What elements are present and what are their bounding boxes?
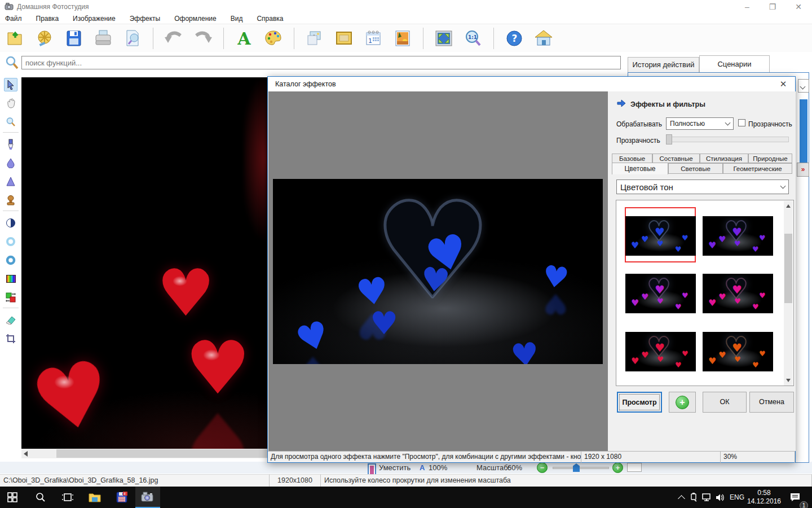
scale-value: 60% [508, 462, 522, 474]
fit-screen-icon[interactable] [433, 28, 454, 49]
preview-image [273, 179, 603, 364]
tab-geometric[interactable]: Геометрические [723, 163, 792, 174]
menu-decor[interactable]: Оформление [174, 15, 216, 23]
spectrum-tool-icon[interactable] [4, 272, 17, 286]
tab-scenarios[interactable]: Сценарии [699, 55, 770, 72]
tray-chevron-icon[interactable] [674, 487, 688, 508]
menu-help[interactable]: Справка [257, 15, 283, 23]
file-path: C:\Oboi_3D_Grafika\Oboi_3D_Grafika_58_16… [0, 474, 270, 487]
effect-select[interactable]: Цветовой тон [616, 179, 789, 194]
menu-view[interactable]: Вид [231, 15, 243, 23]
scroll-down-icon[interactable] [786, 379, 791, 382]
dialog-status-zoom: 30% [721, 452, 795, 463]
thumbnail-scrollbar-thumb[interactable] [784, 234, 792, 303]
menu-image[interactable]: Изображение [73, 15, 116, 23]
dialog-close-icon[interactable]: ✕ [777, 78, 789, 90]
zoom-slider-track[interactable] [553, 467, 609, 469]
usb-icon[interactable] [687, 487, 700, 508]
calendar-icon[interactable]: 1 [363, 28, 384, 49]
cone-tool-icon[interactable] [4, 175, 17, 189]
open-icon[interactable] [5, 28, 26, 49]
blue-heart-reflection [298, 352, 328, 364]
process-select[interactable]: Полностью [666, 117, 734, 130]
search-input[interactable] [21, 56, 621, 69]
soft-ring-tool-icon[interactable] [4, 235, 17, 248]
effect-thumbnail[interactable] [703, 332, 773, 371]
tab-nature[interactable]: Природные [748, 154, 792, 163]
effect-thumbnail[interactable] [703, 274, 773, 313]
zoom-in-button[interactable]: + [612, 462, 623, 473]
frame-icon[interactable] [333, 28, 355, 49]
tab-history[interactable]: История действий [628, 57, 699, 72]
print-icon[interactable] [92, 28, 114, 49]
print-preview-icon[interactable] [122, 28, 143, 49]
close-button[interactable]: ✕ [787, 1, 810, 12]
save-icon[interactable] [63, 28, 85, 49]
crop-tool-icon[interactable] [4, 332, 17, 345]
speaker-icon[interactable] [713, 487, 727, 508]
select-tool-icon[interactable] [4, 78, 17, 91]
scenarios-expand-button[interactable]: » [797, 163, 809, 177]
svg-text:1:1: 1:1 [468, 34, 477, 40]
transparency-checkbox[interactable] [738, 119, 745, 126]
zoom-slider-thumb[interactable] [573, 463, 580, 472]
palette-icon[interactable] [263, 28, 284, 49]
language-indicator[interactable]: ENG [727, 487, 747, 508]
contrast-tool-icon[interactable] [4, 216, 17, 230]
transparency-slider-track[interactable] [666, 137, 789, 142]
actual-size-icon[interactable]: 1:1 [462, 28, 484, 49]
network-icon[interactable] [699, 487, 714, 508]
menu-edit[interactable]: Правка [36, 15, 59, 23]
home-icon[interactable] [533, 28, 554, 49]
swap-colors-tool-icon[interactable] [4, 291, 17, 304]
tab-base[interactable]: Базовые [612, 154, 652, 163]
stamp-tool-icon[interactable] [4, 194, 17, 207]
fit-label[interactable]: Уместить [379, 462, 411, 474]
tab-color[interactable]: Цветовые [612, 163, 668, 174]
add-effect-button[interactable]: + [669, 392, 696, 413]
minimize-button[interactable]: – [736, 1, 758, 12]
restore-button[interactable]: ❐ [761, 1, 784, 12]
dialog-titlebar[interactable]: Каталог эффектов ✕ [268, 77, 795, 91]
font-zoom-value[interactable]: 100% [429, 462, 447, 474]
hand-tool-icon[interactable] [4, 97, 17, 110]
tab-styling[interactable]: Стилизация [700, 154, 748, 163]
scale-label: Масштаб: [476, 462, 510, 474]
scroll-up-icon[interactable] [786, 204, 791, 208]
blue-heart [419, 262, 452, 297]
zoom-out-button[interactable]: − [537, 462, 548, 473]
effect-thumbnail[interactable] [625, 332, 696, 371]
menu-effects[interactable]: Эффекты [130, 15, 161, 23]
status-hint: Используйте колесо прокрутки для изменен… [321, 474, 812, 487]
scenarios-combo-sliver[interactable] [798, 79, 809, 93]
text-icon[interactable]: А [233, 28, 255, 49]
drop-tool-icon[interactable] [4, 156, 17, 170]
effect-thumbnail[interactable] [625, 216, 696, 256]
eraser-tool-icon[interactable] [4, 313, 17, 327]
tab-light[interactable]: Световые [668, 163, 723, 174]
effect-thumbnail[interactable] [625, 274, 696, 313]
ring-tool-icon[interactable] [4, 253, 17, 267]
effect-thumbnail[interactable] [703, 216, 773, 256]
notification-icon[interactable]: 1 [785, 487, 805, 508]
photomontage-icon[interactable] [304, 28, 325, 49]
transparency-slider-thumb[interactable] [666, 134, 672, 144]
help-icon[interactable]: ? [504, 28, 525, 49]
menu-file[interactable]: Файл [5, 15, 22, 23]
dialog-status-size: 1920 x 1080 [581, 452, 721, 463]
brush-tool-icon[interactable] [4, 138, 17, 151]
slideshow-icon[interactable] [34, 28, 55, 49]
thumbnail-scrollbar[interactable] [784, 201, 793, 386]
ok-button[interactable]: ОК [703, 392, 747, 413]
tab-compound[interactable]: Составные [652, 154, 700, 163]
scroll-left-icon[interactable] [24, 451, 28, 457]
clock[interactable]: 0:58 14.12.2016 [747, 487, 782, 508]
zoom-tool-icon[interactable] [4, 115, 17, 129]
postcard-icon[interactable] [392, 28, 413, 49]
cancel-button[interactable]: Отмена [749, 392, 794, 413]
undo-icon[interactable] [163, 28, 184, 49]
preview-button[interactable]: Просмотр [617, 392, 662, 413]
font-zoom-icon: A [420, 462, 425, 474]
scenarios-scrollbar-thumb[interactable] [800, 99, 807, 165]
redo-icon[interactable] [192, 28, 214, 49]
